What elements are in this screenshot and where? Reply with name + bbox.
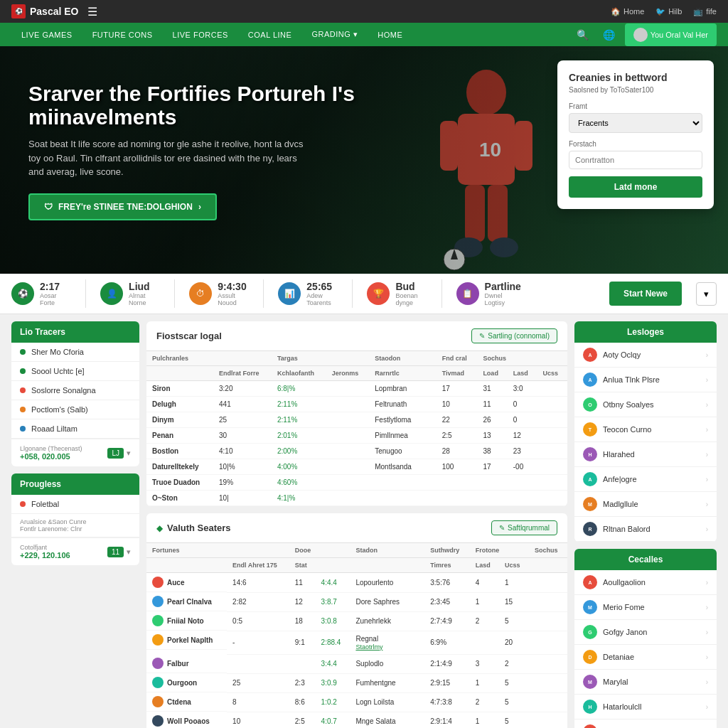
globe-button[interactable]: 🌐 bbox=[599, 25, 619, 45]
field1-select[interactable]: Fracents bbox=[569, 113, 702, 133]
top-hilb-link[interactable]: 🐦 Hilb bbox=[655, 7, 682, 16]
t2-row-v3: 3:0.8 bbox=[316, 611, 350, 631]
sidebar-section-tracers: Lio Tracers Sher Mo Cforia Soool Uchtc [… bbox=[11, 321, 139, 466]
stat-divider-2 bbox=[263, 279, 264, 308]
league-item-6[interactable]: M Madlgllule › bbox=[574, 492, 717, 517]
country-item-3[interactable]: D Detaniae › bbox=[574, 645, 717, 670]
t2-col-stadon: Stadon bbox=[350, 543, 424, 558]
field2-input[interactable] bbox=[569, 151, 702, 169]
t2-row-v1: 25 bbox=[227, 673, 289, 692]
start-now-button[interactable]: Start Newe bbox=[609, 282, 682, 306]
sidebar-progress-item[interactable]: Foletbal bbox=[11, 495, 139, 514]
league-item-1[interactable]: A Anlua Tlnk Plsre › bbox=[574, 368, 717, 392]
row4-loc: Pimllnmea bbox=[369, 428, 423, 444]
user-profile-button[interactable]: You Oral Val Her bbox=[625, 23, 717, 46]
sidebar-item-2[interactable]: Soslorre Sonalgna bbox=[11, 381, 139, 400]
country-item-5[interactable]: H Hatarloulcll › bbox=[574, 695, 717, 719]
t2-row-v1 bbox=[227, 654, 289, 673]
search-button[interactable]: 🔍 bbox=[572, 25, 593, 45]
league-item-4[interactable]: H Hlarahed › bbox=[574, 442, 717, 467]
row2-v3: 10 bbox=[437, 397, 478, 412]
row7-name: Truoe Duadon bbox=[146, 475, 213, 491]
nav-live-games[interactable]: LIVE GAMES bbox=[11, 23, 82, 46]
t2-row-name: Fniial Noto bbox=[146, 611, 227, 631]
nav-grading[interactable]: GRADING bbox=[301, 23, 368, 46]
sidebar-dot-3 bbox=[20, 407, 26, 412]
nav-future-cons[interactable]: FUTURE CONS bbox=[82, 23, 163, 46]
sidebar-item-4[interactable]: Roaad Liltam bbox=[11, 419, 139, 439]
stat-info-3: 25:65 Adew Toarents bbox=[306, 281, 338, 306]
stat-value-3: 25:65 bbox=[306, 281, 338, 292]
hero-cta-button[interactable]: 🛡 FREY're STINEE TNE:DOLGHION › bbox=[28, 193, 217, 220]
top-fife-link[interactable]: 📺 fife bbox=[693, 7, 717, 16]
t2-col-sochus: Sochus bbox=[529, 543, 567, 558]
row5-loc: Tenugoo bbox=[369, 444, 423, 459]
chevron-down-button[interactable]: ▾ bbox=[696, 282, 717, 306]
logo-text: Pascal EO bbox=[30, 6, 79, 17]
stat-label-3: Adew Toarents bbox=[306, 292, 338, 306]
row6-name: Daturelltekely bbox=[146, 459, 213, 475]
t2-row-v5: 4 bbox=[470, 573, 499, 593]
country-arrow-1: › bbox=[706, 604, 708, 611]
country-item-1[interactable]: M Merio Fome › bbox=[574, 595, 717, 620]
league-item-0[interactable]: A Aoty Oclqy › bbox=[574, 343, 717, 368]
league-item-5[interactable]: A Anfe|ogre › bbox=[574, 467, 717, 492]
t2-row-v6: 5 bbox=[499, 673, 529, 692]
row2-v2b bbox=[326, 397, 369, 412]
country-item-left-5: H Hatarloulcll bbox=[583, 700, 641, 714]
country-item-6[interactable]: E Eaty Sloto › bbox=[574, 719, 717, 728]
sidebar-item-1[interactable]: Soool Uchtc [e] bbox=[11, 362, 139, 381]
counter1-arrow[interactable]: ▾ bbox=[127, 449, 131, 458]
country-item-2[interactable]: G Gofgy Janon › bbox=[574, 620, 717, 645]
counter2-badge[interactable]: 11 bbox=[107, 547, 124, 557]
t2-row-extra2 bbox=[548, 611, 567, 631]
country-item-4[interactable]: M Marylal › bbox=[574, 670, 717, 695]
sidebar-tracers-header: Lio Tracers bbox=[11, 321, 139, 343]
t2-row-v2: 8:6 bbox=[289, 692, 316, 712]
hamburger-icon[interactable]: ☰ bbox=[87, 5, 97, 18]
stat-icon-2: ⏱ bbox=[189, 282, 212, 305]
t2-row-v2: 2:3 bbox=[289, 673, 316, 692]
nav-home[interactable]: HOME bbox=[368, 23, 412, 46]
t2-sub-name bbox=[146, 558, 227, 573]
counter1-info: Llgonane (Thecenast) +058, 020.005 bbox=[20, 445, 82, 461]
logo[interactable]: ⚽ Pascal EO bbox=[11, 4, 79, 18]
top-home-link[interactable]: 🏠 Home bbox=[611, 7, 644, 16]
counter1-badge[interactable]: LJ bbox=[107, 448, 124, 459]
stat-item-5: 📋 Partline Dwnel Logtisy bbox=[456, 281, 521, 306]
t2-row-v2: 12 bbox=[289, 592, 316, 611]
stat-value-0: 2:17 bbox=[40, 281, 71, 292]
table2-action-button[interactable]: ✎ Saftlqrummal bbox=[491, 520, 557, 535]
top-bar-left: ⚽ Pascal EO ☰ bbox=[11, 4, 97, 18]
nav-live-forces[interactable]: LIVE FORCES bbox=[163, 23, 238, 46]
country-item-0[interactable]: A Aoullgaolion › bbox=[574, 570, 717, 595]
league-circle-2: O bbox=[583, 397, 597, 412]
sub-load: Load bbox=[477, 366, 507, 381]
sidebar-progress-header: Prougless bbox=[11, 473, 139, 495]
t2-row-v5: 1 bbox=[470, 712, 499, 728]
country-circle-3: D bbox=[583, 650, 597, 664]
sidebar-item-0[interactable]: Sher Mo Cforia bbox=[11, 343, 139, 362]
t2-row-extra bbox=[529, 592, 548, 611]
league-arrow-6: › bbox=[706, 500, 708, 508]
t2-sub-extra2 bbox=[548, 558, 567, 573]
country-name-1: Merio Fome bbox=[603, 603, 645, 611]
league-item-3[interactable]: T Teocon Curno › bbox=[574, 417, 717, 442]
card-submit-button[interactable]: Latd mone bbox=[569, 176, 702, 198]
col-fndcral: Fnd cral bbox=[437, 351, 478, 366]
table-row: Fniial Noto 0:5 18 3:0.8 Zunehrlekk 2:7:… bbox=[146, 611, 567, 631]
pencil-icon: ✎ bbox=[479, 332, 485, 340]
counter2-arrow[interactable]: ▾ bbox=[127, 547, 131, 557]
sidebar-item-3[interactable]: Poctlom's (Salb) bbox=[11, 400, 139, 419]
league-item-7[interactable]: R Rltnan Balord › bbox=[574, 517, 717, 542]
table1-action-button[interactable]: ✎ Sartling (connomal) bbox=[471, 328, 557, 343]
nav-coal-line[interactable]: COAL LINE bbox=[238, 23, 302, 46]
league-item-2[interactable]: O Otbny Soalyes › bbox=[574, 392, 717, 417]
row1-loc: Lopmbran bbox=[369, 381, 423, 397]
stat-icon-4: 🏆 bbox=[367, 282, 390, 305]
row1-v2b bbox=[326, 381, 369, 397]
league-item-left-2: O Otbny Soalyes bbox=[583, 397, 654, 412]
sidebar-item-label-3: Poctlom's (Salb) bbox=[31, 405, 88, 414]
t2-row-extra2 bbox=[548, 592, 567, 611]
t2-row-v1: 14:6 bbox=[227, 573, 289, 593]
